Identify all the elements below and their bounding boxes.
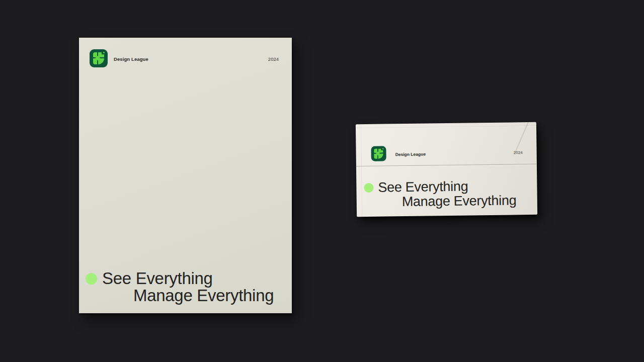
letterhead-paper: Design League 2024 See Everything Manage… (79, 38, 292, 313)
year-label: 2024 (514, 150, 523, 155)
tagline: See Everything Manage Everything (364, 178, 516, 210)
tagline-line1: See Everything (378, 179, 468, 195)
design-league-logo-icon (90, 49, 108, 67)
envelope-paper: Design League 2024 See Everything Manage… (356, 122, 537, 217)
envelope-flap-seam (356, 164, 537, 166)
mockup-background: Design League 2024 See Everything Manage… (0, 0, 644, 362)
brand-name-label: Design League (114, 56, 148, 62)
tagline-line2: Manage Everything (133, 286, 274, 305)
envelope-top-crease (356, 126, 536, 128)
tagline-line1: See Everything (102, 270, 213, 287)
year-label: 2024 (268, 56, 279, 62)
design-league-logo-icon (371, 146, 386, 161)
tagline-dot-icon (86, 273, 97, 285)
logo-d-glyph (93, 52, 104, 64)
tagline-dot-icon (364, 183, 373, 193)
logo-corner-dot (382, 148, 384, 150)
tagline: See Everything Manage Everything (86, 270, 274, 304)
logo-d-glyph (374, 149, 383, 159)
envelope-left-crease (361, 124, 362, 217)
tagline-line2: Manage Everything (402, 193, 517, 209)
logo-corner-dot (103, 52, 105, 53)
brand-name-label: Design League (395, 152, 426, 157)
envelope-diagonal-crease (515, 122, 529, 152)
